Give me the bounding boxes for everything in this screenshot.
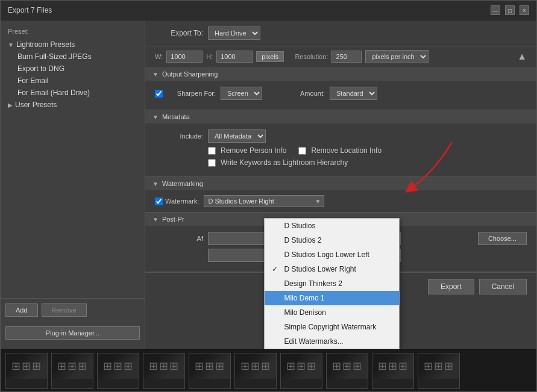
dropdown-item-d-studios-2[interactable]: D Studios 2 [265,233,399,247]
dropdown-item-label: Milo Demo 1 [284,294,324,302]
dropdown-item-label: Design Thinkers 2 [284,279,342,288]
filmstrip-thumb[interactable]: ⊞⊞⊞ [280,353,322,389]
sidebar-item-lightroom-presets[interactable]: ▼ Lightroom Presets [1,39,145,51]
sidebar-item-label: For Email (Hard Drive) [17,89,90,97]
watermark-select[interactable]: D Studios Lower Right [204,195,324,207]
h-label: H: [206,53,213,60]
remove-button[interactable]: Remove [42,303,87,317]
include-row: Include: All Metadata [155,129,527,143]
output-sharpening-title: Output Sharpening [162,70,218,78]
sidebar-item-label: For Email [17,76,48,85]
sidebar-item-for-email[interactable]: For Email [1,75,145,87]
sidebar: Preset: ▼ Lightroom Presets Burn Full-Si… [1,20,145,349]
sidebar-item-for-email-hd[interactable]: For Email (Hard Drive) [1,87,145,99]
resolution-unit-select[interactable]: pixels per inch [365,50,429,63]
export-to-select[interactable]: Hard Drive [208,26,260,40]
filmstrip-thumb[interactable]: ⊞⊞⊞ [326,353,368,389]
sidebar-bottom: Add Remove [1,298,145,322]
filmstrip-thumb[interactable]: ⊞⊞⊞ [189,353,231,389]
dropdown-item-label: D Studios Lower Right [284,265,356,273]
resolution-label: Resolution: [295,53,328,60]
filmstrip-thumb[interactable]: ⊞⊞⊞ [372,353,414,389]
watermark-checkbox[interactable] [155,198,163,205]
section-collapse-icon: ▼ [152,216,159,223]
dropdown-item-d-studios[interactable]: D Studios [265,219,399,233]
dropdown-item-label: Edit Watermarks... [284,337,343,346]
w-label: W: [155,53,163,60]
remove-person-checkbox[interactable] [208,147,216,155]
amount-label: Amount: [277,90,325,97]
dropdown-item-design-thinkers-2[interactable]: Design Thinkers 2 [265,276,399,291]
watermarking-title: Watermarking [162,180,203,187]
close-button[interactable]: × [520,5,529,15]
filmstrip-thumb[interactable]: ⊞⊞⊞ [234,353,277,389]
metadata-section: ▼ Metadata Include: All Metadata Remove … [145,110,536,177]
sidebar-item-burn-full[interactable]: Burn Full-Sized JPEGs [1,51,145,63]
sharpen-checkbox[interactable] [155,90,163,98]
sidebar-item-label: Burn Full-Sized JPEGs [17,52,92,61]
watermark-select-wrapper: D Studios Lower Right ▼ D Studios [204,195,324,207]
sharpen-row: Sharpen For: Screen Amount: Standard [155,87,527,100]
width-input[interactable]: 1000 [166,51,203,63]
section-collapse-icon: ▼ [152,71,159,78]
dropdown-item-label: Milo Denison [284,308,325,317]
sidebar-item-user-presets[interactable]: ▶ User Presets [1,99,145,111]
collapse-arrow-icon: ▶ [8,102,13,108]
write-keywords-row: Write Keywords as Lightroom Hierarchy [155,158,527,167]
remove-location-checkbox[interactable] [298,147,306,155]
post-processing-title: Post-Pr [162,216,184,223]
filmstrip-thumb[interactable]: ⊞⊞⊞ [418,353,460,389]
filmstrip-thumb[interactable]: ⊞⊞⊞ [143,353,185,389]
dropdown-item-label: Simple Copyright Watermark [284,323,376,331]
watermarking-header[interactable]: ▼ Watermarking [145,177,536,190]
dropdown-item-d-studios-logo[interactable]: D Studios Logo Lower Left [265,247,399,262]
maximize-button[interactable]: □ [505,5,515,15]
filmstrip-thumb[interactable]: ⊞⊞⊞ [5,353,48,389]
main-content: Export To: Hard Drive W: 1000 H: 1000 pi… [145,20,536,349]
export-dialog: Export 7 Files — □ × Preset: ▼ Lightroom… [0,0,537,392]
write-keywords-checkbox[interactable] [208,159,216,167]
watermarking-section: ▼ Watermarking [145,177,536,213]
remove-location-label: Remove Location Info [311,146,382,155]
sidebar-item-export-dng[interactable]: Export to DNG [1,63,145,75]
resolution-input[interactable]: 250 [331,51,362,63]
plugin-manager-button[interactable]: Plug-in Manager... [5,326,140,340]
title-bar: Export 7 Files — □ × [1,1,536,20]
write-keywords-label: Write Keywords as Lightroom Hierarchy [221,158,348,167]
filmstrip-thumb[interactable]: ⊞⊞⊞ [97,353,139,389]
watermark-label: Watermark: [155,198,199,205]
metadata-title: Metadata [162,113,190,120]
filmstrip: ⊞⊞⊞ ⊞⊞⊞ ⊞⊞⊞ ⊞⊞⊞ ⊞⊞⊞ ⊞⊞⊞ ⊞⊞⊞ ⊞⊞⊞ [1,349,536,391]
output-sharpening-section: ▼ Output Sharpening Sharpen For: Screen … [145,67,536,110]
watermark-dropdown: D Studios D Studios 2 D Studios Logo Low… [264,218,400,349]
cancel-button[interactable]: Cancel [479,279,527,294]
dropdown-item-edit-watermarks[interactable]: Edit Watermarks... [265,334,399,349]
title-bar-buttons: — □ × [491,5,529,15]
pixels-unit: pixels [256,51,284,62]
sharpen-select[interactable]: Screen [221,87,262,100]
export-button[interactable]: Export [428,279,474,294]
include-label: Include: [155,132,203,140]
filmstrip-thumb[interactable]: ⊞⊞⊞ [51,353,93,389]
dropdown-item-d-studios-lower-right[interactable]: ✓ D Studios Lower Right [265,262,399,276]
include-select[interactable]: All Metadata [208,129,266,143]
sidebar-item-label: Export to DNG [17,64,64,73]
dropdown-item-milo-denison[interactable]: Milo Denison [265,305,399,320]
dropdown-item-simple-copyright[interactable]: Simple Copyright Watermark [265,320,399,334]
amount-select[interactable]: Standard [330,87,377,100]
export-to-label: Export To: [155,29,203,37]
choose-button[interactable]: Choose... [478,232,527,245]
section-collapse-icon: ▼ [152,114,159,120]
height-input[interactable]: 1000 [216,51,253,63]
output-sharpening-header[interactable]: ▼ Output Sharpening [145,67,536,81]
dialog-title: Export 7 Files [8,6,52,14]
export-to-row: Export To: Hard Drive [145,20,536,46]
metadata-header[interactable]: ▼ Metadata [145,110,536,123]
remove-person-row: Remove Person Info Remove Location Info [155,146,527,155]
dropdown-item-milo-demo-1[interactable]: Milo Demo 1 [265,291,399,305]
minimize-button[interactable]: — [491,5,500,15]
collapse-section-icon[interactable]: ▲ [517,51,527,62]
add-button[interactable]: Add [5,303,38,317]
watermark-label-text: Watermark: [165,198,199,205]
dropdown-item-label: D Studios Logo Lower Left [284,250,369,259]
